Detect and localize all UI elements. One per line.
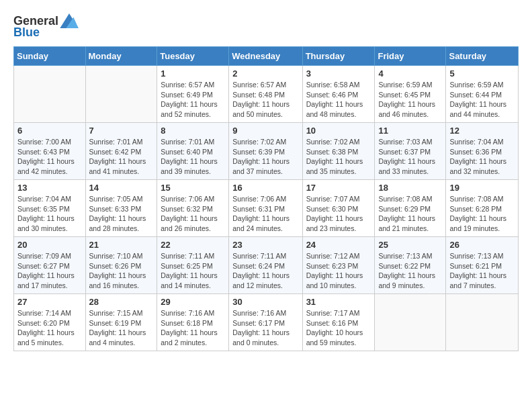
calendar-cell: 5Sunrise: 6:59 AMSunset: 6:44 PMDaylight…	[446, 66, 519, 123]
calendar-cell: 26Sunrise: 7:13 AMSunset: 6:21 PMDayligh…	[446, 237, 519, 294]
day-info: Sunrise: 7:16 AMSunset: 6:18 PMDaylight:…	[161, 308, 225, 348]
day-info: Sunrise: 7:11 AMSunset: 6:24 PMDaylight:…	[232, 251, 298, 291]
calendar-cell: 18Sunrise: 7:08 AMSunset: 6:29 PMDayligh…	[375, 180, 446, 237]
day-info: Sunrise: 6:57 AMSunset: 6:48 PMDaylight:…	[232, 80, 298, 120]
calendar-cell: 7Sunrise: 7:01 AMSunset: 6:42 PMDaylight…	[85, 123, 157, 180]
day-info: Sunrise: 7:15 AMSunset: 6:19 PMDaylight:…	[89, 308, 154, 348]
day-info: Sunrise: 7:11 AMSunset: 6:25 PMDaylight:…	[161, 251, 225, 291]
day-number: 23	[232, 240, 298, 250]
day-info: Sunrise: 7:04 AMSunset: 6:36 PMDaylight:…	[449, 137, 515, 177]
calendar-cell: 23Sunrise: 7:11 AMSunset: 6:24 PMDayligh…	[229, 237, 302, 294]
day-info: Sunrise: 7:08 AMSunset: 6:29 PMDaylight:…	[378, 194, 442, 234]
day-number: 17	[306, 183, 371, 193]
day-number: 18	[378, 183, 442, 193]
week-row-2: 6Sunrise: 7:00 AMSunset: 6:43 PMDaylight…	[14, 123, 519, 180]
day-info: Sunrise: 6:58 AMSunset: 6:46 PMDaylight:…	[306, 80, 371, 120]
day-number: 10	[306, 126, 371, 136]
header-wednesday: Wednesday	[229, 47, 302, 66]
day-number: 22	[161, 240, 225, 250]
day-number: 27	[17, 297, 82, 307]
day-number: 5	[449, 68, 515, 79]
day-info: Sunrise: 7:13 AMSunset: 6:21 PMDaylight:…	[449, 251, 515, 291]
calendar-cell: 28Sunrise: 7:15 AMSunset: 6:19 PMDayligh…	[85, 294, 157, 351]
day-number: 26	[449, 240, 515, 250]
header-saturday: Saturday	[446, 47, 519, 66]
calendar-cell: 21Sunrise: 7:10 AMSunset: 6:26 PMDayligh…	[85, 237, 157, 294]
calendar-cell: 13Sunrise: 7:04 AMSunset: 6:35 PMDayligh…	[14, 180, 86, 237]
calendar-cell: 8Sunrise: 7:01 AMSunset: 6:40 PMDaylight…	[157, 123, 229, 180]
day-number: 31	[306, 297, 371, 307]
day-number: 16	[232, 183, 298, 193]
header-friday: Friday	[375, 47, 446, 66]
day-number: 29	[161, 297, 225, 307]
day-number: 4	[378, 68, 442, 79]
day-number: 11	[378, 126, 442, 136]
calendar-cell: 15Sunrise: 7:06 AMSunset: 6:32 PMDayligh…	[157, 180, 229, 237]
logo: General Blue	[13, 13, 79, 40]
day-info: Sunrise: 7:04 AMSunset: 6:35 PMDaylight:…	[17, 194, 82, 234]
calendar-cell	[85, 66, 157, 123]
day-info: Sunrise: 7:05 AMSunset: 6:33 PMDaylight:…	[89, 194, 154, 234]
calendar-cell: 4Sunrise: 6:59 AMSunset: 6:45 PMDaylight…	[375, 66, 446, 123]
day-info: Sunrise: 6:57 AMSunset: 6:49 PMDaylight:…	[161, 80, 225, 120]
day-number: 2	[232, 68, 298, 79]
calendar-cell: 30Sunrise: 7:16 AMSunset: 6:17 PMDayligh…	[229, 294, 302, 351]
page-header: General Blue	[13, 13, 519, 40]
day-number: 24	[306, 240, 371, 250]
calendar-cell: 17Sunrise: 7:07 AMSunset: 6:30 PMDayligh…	[302, 180, 375, 237]
calendar-cell: 6Sunrise: 7:00 AMSunset: 6:43 PMDaylight…	[14, 123, 86, 180]
calendar-cell: 24Sunrise: 7:12 AMSunset: 6:23 PMDayligh…	[302, 237, 375, 294]
day-number: 30	[232, 297, 298, 307]
calendar-cell: 16Sunrise: 7:06 AMSunset: 6:31 PMDayligh…	[229, 180, 302, 237]
calendar-cell: 19Sunrise: 7:08 AMSunset: 6:28 PMDayligh…	[446, 180, 519, 237]
day-info: Sunrise: 7:01 AMSunset: 6:40 PMDaylight:…	[161, 137, 225, 177]
day-info: Sunrise: 7:03 AMSunset: 6:37 PMDaylight:…	[378, 137, 442, 177]
day-info: Sunrise: 7:16 AMSunset: 6:17 PMDaylight:…	[232, 308, 298, 348]
day-number: 13	[17, 183, 82, 193]
calendar-cell: 12Sunrise: 7:04 AMSunset: 6:36 PMDayligh…	[446, 123, 519, 180]
day-info: Sunrise: 7:01 AMSunset: 6:42 PMDaylight:…	[89, 137, 154, 177]
calendar-cell: 9Sunrise: 7:02 AMSunset: 6:39 PMDaylight…	[229, 123, 302, 180]
day-info: Sunrise: 6:59 AMSunset: 6:44 PMDaylight:…	[449, 80, 515, 120]
calendar: SundayMondayTuesdayWednesdayThursdayFrid…	[13, 46, 519, 351]
header-tuesday: Tuesday	[157, 47, 229, 66]
calendar-header-row: SundayMondayTuesdayWednesdayThursdayFrid…	[14, 47, 519, 66]
day-number: 3	[306, 68, 371, 79]
header-sunday: Sunday	[14, 47, 86, 66]
calendar-cell: 2Sunrise: 6:57 AMSunset: 6:48 PMDaylight…	[229, 66, 302, 123]
day-number: 7	[89, 126, 154, 136]
week-row-5: 27Sunrise: 7:14 AMSunset: 6:20 PMDayligh…	[14, 294, 519, 351]
day-number: 28	[89, 297, 154, 307]
day-info: Sunrise: 7:08 AMSunset: 6:28 PMDaylight:…	[449, 194, 515, 234]
day-info: Sunrise: 7:02 AMSunset: 6:39 PMDaylight:…	[232, 137, 298, 177]
calendar-cell: 3Sunrise: 6:58 AMSunset: 6:46 PMDaylight…	[302, 66, 375, 123]
day-number: 19	[449, 183, 515, 193]
day-info: Sunrise: 7:12 AMSunset: 6:23 PMDaylight:…	[306, 251, 371, 291]
week-row-4: 20Sunrise: 7:09 AMSunset: 6:27 PMDayligh…	[14, 237, 519, 294]
header-thursday: Thursday	[302, 47, 375, 66]
day-info: Sunrise: 7:09 AMSunset: 6:27 PMDaylight:…	[17, 251, 82, 291]
day-number: 1	[161, 68, 225, 79]
header-monday: Monday	[85, 47, 157, 66]
calendar-cell	[375, 294, 446, 351]
day-number: 14	[89, 183, 154, 193]
day-info: Sunrise: 7:13 AMSunset: 6:22 PMDaylight:…	[378, 251, 442, 291]
calendar-cell: 27Sunrise: 7:14 AMSunset: 6:20 PMDayligh…	[14, 294, 86, 351]
day-number: 9	[232, 126, 298, 136]
calendar-cell: 10Sunrise: 7:02 AMSunset: 6:38 PMDayligh…	[302, 123, 375, 180]
week-row-1: 1Sunrise: 6:57 AMSunset: 6:49 PMDaylight…	[14, 66, 519, 123]
day-number: 21	[89, 240, 154, 250]
calendar-cell: 20Sunrise: 7:09 AMSunset: 6:27 PMDayligh…	[14, 237, 86, 294]
calendar-cell: 1Sunrise: 6:57 AMSunset: 6:49 PMDaylight…	[157, 66, 229, 123]
day-info: Sunrise: 7:17 AMSunset: 6:16 PMDaylight:…	[306, 308, 371, 348]
calendar-cell: 11Sunrise: 7:03 AMSunset: 6:37 PMDayligh…	[375, 123, 446, 180]
calendar-cell: 22Sunrise: 7:11 AMSunset: 6:25 PMDayligh…	[157, 237, 229, 294]
calendar-cell: 25Sunrise: 7:13 AMSunset: 6:22 PMDayligh…	[375, 237, 446, 294]
logo-blue-text: Blue	[13, 26, 40, 40]
day-info: Sunrise: 7:06 AMSunset: 6:32 PMDaylight:…	[161, 194, 225, 234]
day-info: Sunrise: 7:02 AMSunset: 6:38 PMDaylight:…	[306, 137, 371, 177]
day-info: Sunrise: 7:06 AMSunset: 6:31 PMDaylight:…	[232, 194, 298, 234]
day-number: 25	[378, 240, 442, 250]
week-row-3: 13Sunrise: 7:04 AMSunset: 6:35 PMDayligh…	[14, 180, 519, 237]
day-number: 8	[161, 126, 225, 136]
